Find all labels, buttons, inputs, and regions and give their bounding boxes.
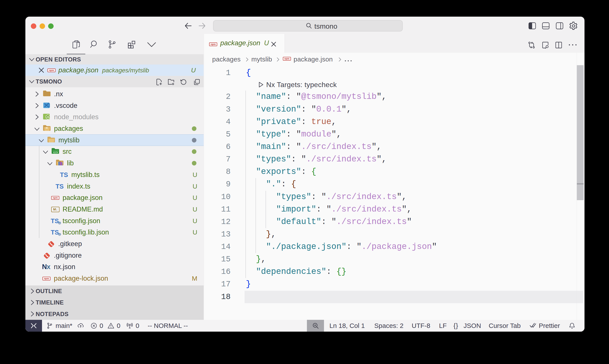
svg-text:</>: </> <box>53 151 58 154</box>
svg-text:JS: JS <box>46 116 49 118</box>
